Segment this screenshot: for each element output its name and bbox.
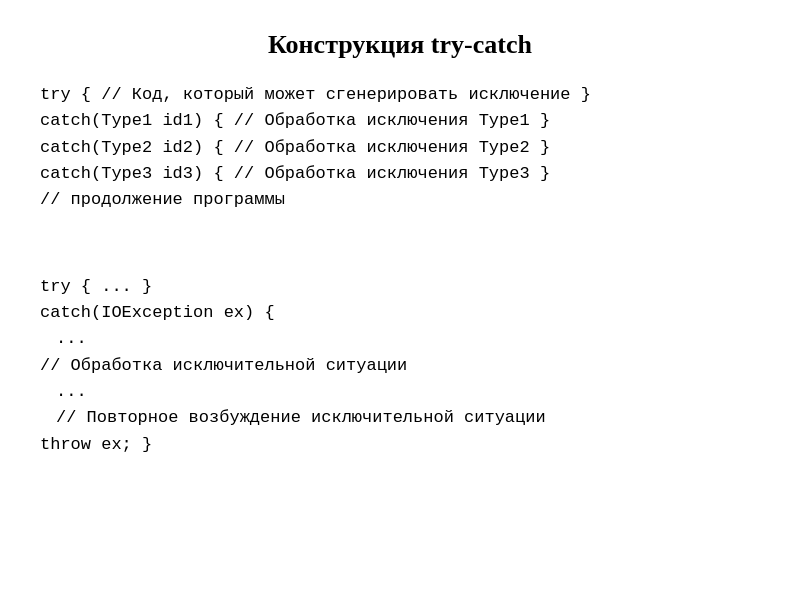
code-line-1-2: catch(Type1 id1) { // Обработка исключен… — [40, 108, 760, 134]
code-line-2-2: catch(IOException ex) { — [40, 300, 760, 326]
code-line-2-4: // Обработка исключительной ситуации — [40, 353, 760, 379]
code-line-1-4: catch(Type3 id3) { // Обработка исключен… — [40, 161, 760, 187]
code-section-2: try { ... } catch(IOException ex) { ... … — [40, 274, 760, 458]
page: Конструкция try-catch try { // Код, кото… — [0, 0, 800, 600]
code-line-2-1: try { ... } — [40, 274, 760, 300]
code-line-2-6: // Повторное возбуждение исключительной … — [40, 405, 760, 431]
code-line-1-3: catch(Type2 id2) { // Обработка исключен… — [40, 135, 760, 161]
code-line-1-5: // продолжение программы — [40, 187, 760, 213]
page-title: Конструкция try-catch — [40, 30, 760, 60]
code-section-1: try { // Код, который может сгенерироват… — [40, 82, 760, 214]
code-line-2-3: ... — [40, 326, 760, 352]
code-line-1-1: try { // Код, который может сгенерироват… — [40, 82, 760, 108]
code-line-2-5: ... — [40, 379, 760, 405]
code-line-2-7: throw ex; } — [40, 432, 760, 458]
